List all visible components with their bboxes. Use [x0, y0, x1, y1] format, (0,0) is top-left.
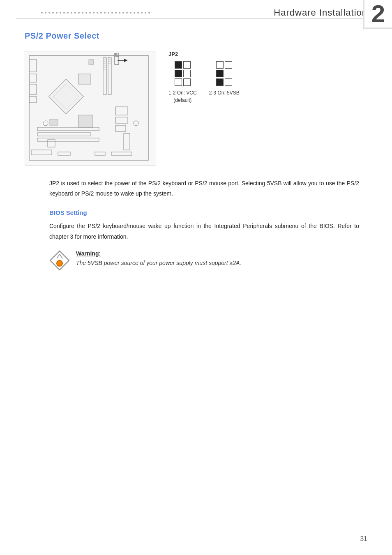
chapter-number: 2 — [371, 2, 385, 26]
jp2-option1-label-text: 1-2 On: VCC(default) — [168, 90, 197, 103]
dot-decoration — [52, 12, 54, 14]
bios-setting-text: Configure the PS/2 keyboard/mouse wake u… — [49, 221, 359, 242]
dot-decoration — [45, 12, 46, 14]
svg-rect-32 — [89, 60, 94, 64]
dot-decoration — [93, 12, 95, 14]
dot-decoration — [74, 12, 76, 14]
warning-area: Warning: The 5VSB power source of your p… — [49, 250, 367, 271]
pin-2-1 — [175, 70, 182, 77]
dot-decoration — [119, 12, 120, 14]
jp2-option1: 1-2 On: VCC(default) — [168, 61, 197, 104]
dot-decoration — [63, 12, 65, 14]
main-content: PS/2 Power Select — [0, 19, 392, 295]
bios-setting-title: BIOS Setting — [49, 209, 367, 216]
dot-decoration — [100, 12, 102, 14]
dot-decoration — [126, 12, 128, 14]
page-header: Hardware Installation 2 — [16, 0, 376, 19]
section-title: PS/2 Power Select — [25, 31, 367, 41]
svg-rect-26 — [78, 115, 93, 127]
dot-decoration — [82, 12, 83, 14]
jp2-label: JP2 — [168, 51, 240, 57]
dot-decoration — [56, 12, 58, 14]
jp2-option2: 2-3 On: 5VSB — [209, 61, 240, 97]
page-number: 31 — [360, 535, 367, 543]
dot-decoration — [108, 12, 109, 14]
pin-3-1 — [175, 78, 182, 86]
header-title: Hardware Installation — [274, 7, 376, 18]
warning-text: The 5VSB power source of your power supp… — [76, 258, 367, 267]
jp2-pins-2 — [216, 61, 232, 86]
pin2-3-1 — [216, 78, 224, 86]
jp2-option2-label: 2-3 On: 5VSB — [209, 89, 240, 97]
svg-rect-37 — [78, 74, 91, 84]
diagram-container: JP2 — [25, 51, 367, 166]
dot-decoration — [48, 12, 50, 14]
pin-1-1 — [175, 61, 182, 69]
jp2-option2-label-text: 2-3 On: 5VSB — [209, 90, 240, 96]
dot-decoration — [122, 12, 124, 14]
dot-decoration — [148, 12, 150, 14]
dot-decoration — [97, 12, 98, 14]
pin2-2-1 — [216, 70, 224, 77]
motherboard-diagram: JP2 — [25, 51, 156, 166]
svg-line-42 — [60, 254, 62, 258]
dot-decoration — [71, 12, 72, 14]
pin2-1-1 — [216, 61, 224, 69]
header-dots — [16, 12, 274, 14]
pin2-1-2 — [225, 61, 232, 69]
dot-decoration — [137, 12, 139, 14]
pin-3-2 — [183, 78, 191, 86]
motherboard-svg: JP2 — [25, 51, 157, 166]
warning-icon — [49, 250, 70, 271]
svg-line-43 — [57, 254, 60, 258]
dot-decoration — [89, 12, 91, 14]
dot-decoration — [67, 12, 69, 14]
dot-decoration — [141, 12, 143, 14]
dot-decoration — [145, 12, 146, 14]
pin2-2-2 — [225, 70, 232, 77]
svg-rect-0 — [29, 55, 148, 160]
dot-decoration — [134, 12, 135, 14]
dot-decoration — [78, 12, 80, 14]
pin-2-2 — [183, 70, 191, 77]
warning-content: Warning: The 5VSB power source of your p… — [76, 250, 367, 267]
dot-decoration — [41, 12, 43, 14]
jp2-option1-label: 1-2 On: VCC(default) — [168, 89, 197, 104]
body-paragraph: JP2 is used to select the power of the P… — [49, 178, 359, 199]
dot-decoration — [115, 12, 117, 14]
dot-decoration — [60, 12, 61, 14]
pin-1-2 — [183, 61, 191, 69]
jp2-pins-1 — [175, 61, 191, 86]
dot-decoration — [85, 12, 87, 14]
svg-point-41 — [57, 261, 62, 266]
dots-decoration — [41, 12, 150, 14]
jp2-options-area: JP2 — [168, 51, 240, 104]
chapter-number-box: 2 — [363, 0, 392, 29]
dot-decoration — [130, 12, 131, 14]
svg-text:JP2: JP2 — [113, 53, 119, 56]
dot-decoration — [111, 12, 113, 14]
pin2-3-2 — [225, 78, 232, 86]
warning-title: Warning: — [76, 250, 367, 257]
jp2-options-row: 1-2 On: VCC(default) — [168, 61, 240, 104]
dot-decoration — [104, 12, 106, 14]
svg-rect-33 — [50, 119, 58, 125]
